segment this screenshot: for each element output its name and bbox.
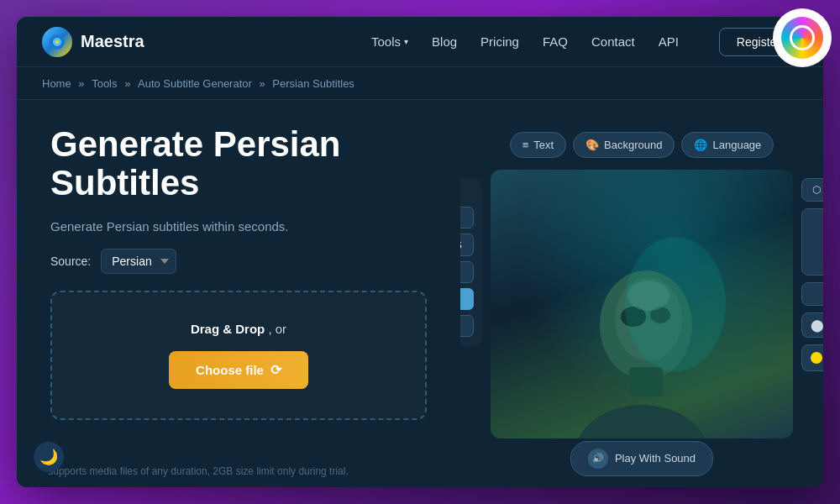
color-dot-1[interactable] (811, 352, 822, 364)
right-panel: ≡ Text 🎨 Background 🌐 Language Font (460, 100, 823, 487)
font-oswald[interactable]: Oswald (460, 261, 474, 283)
person-svg (524, 237, 759, 438)
left-panel: Generate Persian Subtitles Generate Pers… (17, 100, 460, 487)
play-icon: 🔊 (588, 449, 608, 469)
logo-ring (781, 17, 823, 59)
language-tab[interactable]: 🌐 Language (681, 132, 774, 158)
svg-point-3 (575, 405, 709, 438)
source-select[interactable]: Persian (101, 249, 176, 274)
color-dots (801, 344, 823, 371)
tools-chevron-icon: ▾ (404, 37, 408, 46)
font-atma[interactable]: Atma (460, 207, 474, 228)
breadcrumb: Home » Tools » Auto Subtitle Generator »… (17, 67, 823, 100)
size-sidebar: ⬡ Size ▾ 1 ⬤ Color ▾ (801, 178, 823, 371)
subtitle: Generate Persian subtitles within second… (50, 219, 288, 234)
nav-tools[interactable]: Tools ▾ (371, 34, 408, 49)
logo-ring-inner (790, 25, 815, 50)
logo-area: Maestra (42, 27, 144, 57)
main-title: Generate Persian Subtitles (50, 125, 341, 202)
background-icon: 🎨 (585, 139, 599, 151)
video-thumbnail (491, 170, 793, 438)
breadcrumb-sep3: » (259, 77, 268, 90)
logo-icon (42, 27, 72, 57)
size-icon: ⬡ (812, 184, 821, 196)
main-content: Generate Persian Subtitles Generate Pers… (17, 100, 823, 487)
drag-text: Drag & Drop , or (191, 322, 286, 336)
source-label: Source: (50, 255, 91, 268)
breadcrumb-sep1: » (78, 77, 87, 90)
font-poppins[interactable]: Poppins (460, 288, 474, 310)
font-sidebar: Font Atma BANGERS Oswald Poppins Tinos (460, 178, 482, 347)
supports-text: supports media files of any duration, 2G… (17, 465, 380, 477)
text-icon: ≡ (522, 139, 529, 151)
color-circle-icon: ⬤ (811, 318, 823, 332)
color-button[interactable]: ⬤ Color ▾ (801, 312, 823, 338)
play-bar[interactable]: 🔊 Play With Sound (570, 441, 713, 476)
dark-mode-toggle[interactable]: 🌙 (34, 442, 64, 472)
text-tab[interactable]: ≡ Text (510, 132, 566, 158)
background-tab[interactable]: 🎨 Background (573, 132, 675, 158)
size-button[interactable]: ⬡ Size ▾ (801, 178, 823, 202)
navbar: Maestra Tools ▾ Blog Pricing FAQ Contact… (17, 17, 823, 67)
play-label: Play With Sound (615, 452, 696, 465)
svg-point-10 (625, 237, 726, 371)
language-icon: 🌐 (694, 139, 707, 151)
top-right-logo (773, 8, 832, 67)
breadcrumb-tools[interactable]: Tools (92, 77, 117, 90)
browser-window: Maestra Tools ▾ Blog Pricing FAQ Contact… (17, 17, 823, 487)
source-row: Source: Persian (50, 249, 176, 274)
svg-point-2 (55, 40, 59, 44)
drop-zone[interactable]: Drag & Drop , or Choose file ⟳ (50, 291, 427, 420)
nav-pricing[interactable]: Pricing (480, 34, 519, 49)
top-controls: ≡ Text 🎨 Background 🌐 Language (491, 132, 793, 158)
font-label: Font (460, 188, 474, 198)
video-card: ≡ Text 🎨 Background 🌐 Language Font (491, 170, 793, 438)
nav-blog[interactable]: Blog (432, 34, 457, 49)
breadcrumb-home[interactable]: Home (42, 77, 71, 90)
nav-api[interactable]: API (659, 34, 679, 49)
breadcrumb-sep2: » (124, 77, 134, 90)
font-tinos[interactable]: Tinos (460, 315, 474, 337)
nav-faq[interactable]: FAQ (543, 34, 568, 49)
breadcrumb-generator[interactable]: Auto Subtitle Generator (138, 77, 252, 90)
nav-links: Tools ▾ Blog Pricing FAQ Contact API Reg… (371, 28, 798, 56)
moon-icon: 🌙 (39, 448, 58, 466)
choose-file-icon: ⟳ (270, 362, 281, 378)
size-value: 1 (801, 282, 823, 306)
font-bangers[interactable]: BANGERS (460, 234, 474, 256)
slider-container (801, 208, 823, 276)
choose-file-button[interactable]: Choose file ⟳ (169, 351, 308, 389)
nav-contact[interactable]: Contact (591, 34, 635, 49)
svg-rect-5 (629, 367, 663, 396)
logo-text: Maestra (81, 32, 144, 51)
breadcrumb-current: Persian Subtitles (272, 77, 354, 90)
